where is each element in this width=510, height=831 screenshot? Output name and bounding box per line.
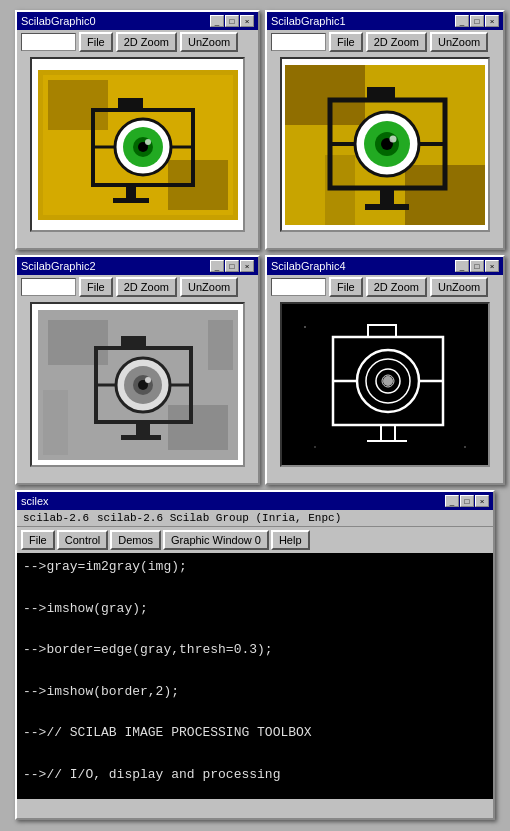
svg-rect-29: [380, 188, 394, 206]
code-line: -->gray=im2gray(img);: [23, 557, 487, 578]
code-line: -->border=edge(gray,thresh=0.3);: [23, 640, 487, 661]
graphic0-input[interactable]: [21, 33, 76, 51]
svg-rect-3: [48, 80, 108, 130]
minimize-button-4[interactable]: _: [455, 260, 469, 272]
code-line: -->// SCILAB IMAGE PROCESSING TOOLBOX: [23, 723, 487, 744]
svg-rect-49: [121, 336, 146, 348]
graphic1-window: ScilabGraphic1 _ □ × File 2D Zoom UnZoom: [265, 10, 505, 250]
graphic1-input[interactable]: [271, 33, 326, 51]
graphic0-titlebar: ScilabGraphic0 _ □ ×: [17, 12, 258, 30]
svg-rect-18: [285, 65, 365, 125]
svg-rect-31: [367, 87, 395, 100]
code-line: [23, 703, 487, 724]
svg-point-10: [145, 139, 151, 145]
graphic1-toolbar: File 2D Zoom UnZoom: [267, 30, 503, 54]
svg-rect-15: [118, 98, 143, 110]
graphic1-title: ScilabGraphic1: [271, 15, 455, 27]
svg-point-26: [390, 135, 397, 142]
file-button-1[interactable]: File: [329, 32, 363, 52]
close-button-1[interactable]: ×: [485, 15, 499, 27]
code-line: -->imshow(border,2);: [23, 682, 487, 703]
zoom2d-button-2[interactable]: 2D Zoom: [116, 277, 177, 297]
svg-rect-30: [365, 204, 409, 210]
code-line: [23, 619, 487, 640]
status-right: scilab-2.6 Scilab Group (Inria, Enpc): [97, 512, 341, 524]
svg-point-62: [304, 326, 306, 328]
scilex-toolbar: File Control Demos Graphic Window 0 Help: [17, 527, 493, 553]
status-left: scilab-2.6: [23, 512, 89, 524]
graphic2-input[interactable]: [21, 278, 76, 296]
scilex-status-bar: scilab-2.6 scilab-2.6 Scilab Group (Inri…: [17, 510, 493, 527]
svg-rect-14: [113, 198, 149, 203]
file-button-2[interactable]: File: [79, 277, 113, 297]
code-line: -->// I/O, display and processing: [23, 765, 487, 786]
graphic2-titlebar: ScilabGraphic2 _ □ ×: [17, 257, 258, 275]
minimize-button[interactable]: _: [210, 15, 224, 27]
scilex-code-area[interactable]: -->gray=im2gray(img); -->imshow(gray); -…: [17, 553, 493, 799]
maximize-button-1[interactable]: □: [470, 15, 484, 27]
graphic1-titlebar: ScilabGraphic1 _ □ ×: [267, 12, 503, 30]
minimize-button-2[interactable]: _: [210, 260, 224, 272]
graphic4-window: ScilabGraphic4 _ □ × File 2D Zoom UnZoom: [265, 255, 505, 485]
svg-point-63: [464, 446, 466, 448]
file-button-4[interactable]: File: [329, 277, 363, 297]
unzoom-button-4[interactable]: UnZoom: [430, 277, 488, 297]
graphic2-window: ScilabGraphic2 _ □ × File 2D Zoom UnZoom: [15, 255, 260, 485]
minimize-button-1[interactable]: _: [455, 15, 469, 27]
code-line: [23, 661, 487, 682]
code-line: [23, 578, 487, 599]
graphic0-window: ScilabGraphic0 _ □ × File 2D Zoom UnZoom: [15, 10, 260, 250]
demos-menu-scilex[interactable]: Demos: [110, 530, 161, 550]
graphic2-toolbar: File 2D Zoom UnZoom: [17, 275, 258, 299]
code-line: [23, 786, 487, 799]
maximize-button-4[interactable]: □: [470, 260, 484, 272]
minimize-button-scilex[interactable]: _: [445, 495, 459, 507]
scilex-title: scilex: [21, 495, 445, 507]
gray-eye-image: [38, 310, 238, 460]
color-eye-image-1: [285, 65, 485, 225]
graphic2-title: ScilabGraphic2: [21, 260, 210, 272]
scilex-titlebar: scilex _ □ ×: [17, 492, 493, 510]
svg-rect-48: [121, 435, 161, 440]
maximize-button-scilex[interactable]: □: [460, 495, 474, 507]
close-button[interactable]: ×: [240, 15, 254, 27]
graphic4-titlebar: ScilabGraphic4 _ □ ×: [267, 257, 503, 275]
graphic4-title: ScilabGraphic4: [271, 260, 455, 272]
graphic1-canvas: [280, 57, 490, 232]
unzoom-button-1[interactable]: UnZoom: [430, 32, 488, 52]
svg-rect-13: [126, 185, 136, 200]
svg-point-56: [383, 376, 393, 386]
help-menu-scilex[interactable]: Help: [271, 530, 310, 550]
edge-eye-image: [285, 307, 485, 462]
graphic2-canvas: [30, 302, 245, 467]
color-eye-image: [38, 70, 238, 220]
graphic0-canvas: [30, 57, 245, 232]
zoom2d-button-1[interactable]: 2D Zoom: [366, 32, 427, 52]
maximize-button-2[interactable]: □: [225, 260, 239, 272]
graphic-window-menu-scilex[interactable]: Graphic Window 0: [163, 530, 269, 550]
control-menu-scilex[interactable]: Control: [57, 530, 108, 550]
graphic0-title: ScilabGraphic0: [21, 15, 210, 27]
graphic0-toolbar: File 2D Zoom UnZoom: [17, 30, 258, 54]
svg-point-44: [145, 377, 151, 383]
file-menu-scilex[interactable]: File: [21, 530, 55, 550]
graphic4-input[interactable]: [271, 278, 326, 296]
close-button-2[interactable]: ×: [240, 260, 254, 272]
svg-point-64: [314, 446, 316, 448]
unzoom-button-0[interactable]: UnZoom: [180, 32, 238, 52]
file-button-0[interactable]: File: [79, 32, 113, 52]
code-line: [23, 744, 487, 765]
graphic4-canvas: [280, 302, 490, 467]
close-button-4[interactable]: ×: [485, 260, 499, 272]
code-line: -->imshow(gray);: [23, 599, 487, 620]
unzoom-button-2[interactable]: UnZoom: [180, 277, 238, 297]
maximize-button[interactable]: □: [225, 15, 239, 27]
close-button-scilex[interactable]: ×: [475, 495, 489, 507]
svg-rect-47: [136, 422, 150, 437]
scilex-window: scilex _ □ × scilab-2.6 scilab-2.6 Scila…: [15, 490, 495, 820]
zoom2d-button-4[interactable]: 2D Zoom: [366, 277, 427, 297]
graphic4-toolbar: File 2D Zoom UnZoom: [267, 275, 503, 299]
zoom2d-button-0[interactable]: 2D Zoom: [116, 32, 177, 52]
